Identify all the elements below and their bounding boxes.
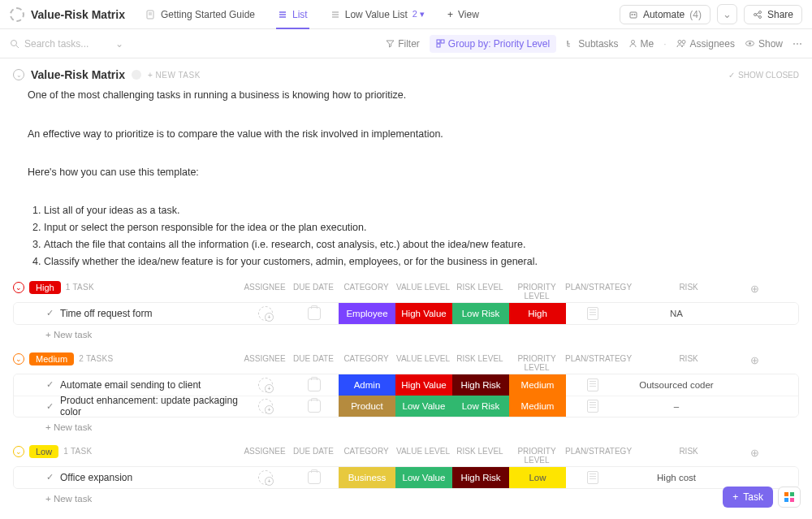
task-row[interactable]: ✓ Automate email sending to client Admin… <box>14 374 798 396</box>
avatar-placeholder-icon <box>258 470 273 485</box>
priority-cell[interactable]: High <box>509 303 566 324</box>
new-task-fab[interactable]: +Task <box>723 487 773 508</box>
groupby-button[interactable]: Group by: Priority Level <box>430 35 556 53</box>
plan-cell[interactable] <box>566 396 620 417</box>
task-row[interactable]: ✓ Time off request form Employee High Va… <box>14 303 798 324</box>
collapse-toggle[interactable]: ⌄ <box>13 69 24 80</box>
assignee-cell[interactable] <box>241 303 290 324</box>
avatar-placeholder-icon <box>258 399 273 413</box>
apps-fab[interactable] <box>778 487 801 508</box>
automate-dropdown[interactable]: ⌄ <box>717 4 737 24</box>
assignee-cell[interactable] <box>241 396 290 417</box>
duedate-cell[interactable] <box>290 396 339 417</box>
check-icon[interactable]: ✓ <box>46 379 54 390</box>
category-cell[interactable]: Employee <box>339 303 395 324</box>
valuelevel-cell[interactable]: Low Value <box>395 467 452 488</box>
plan-cell[interactable] <box>566 303 620 324</box>
page-title: Value-Risk Matrix <box>31 8 125 21</box>
category-cell[interactable]: Product <box>339 396 395 417</box>
col-risk2: RISK <box>632 354 745 372</box>
valuelevel-cell[interactable]: High Value <box>395 374 452 396</box>
list-icon <box>278 10 287 19</box>
automate-button[interactable]: Automate (4) <box>620 5 710 24</box>
add-column-button[interactable]: ⊕ <box>745 447 763 465</box>
plan-cell[interactable] <box>566 374 620 396</box>
add-column-button[interactable]: ⊕ <box>745 283 763 301</box>
show-button[interactable]: Show <box>745 38 783 50</box>
svg-line-15 <box>756 12 759 14</box>
svg-point-11 <box>633 14 635 15</box>
section-title: Value-Risk Matrix <box>31 68 125 81</box>
share-label: Share <box>767 9 793 20</box>
col-value: VALUE LEVEL <box>395 283 451 301</box>
check-icon[interactable]: ✓ <box>46 308 54 318</box>
task-row[interactable]: ✓ Office expansion Business Low Value Hi… <box>14 467 798 488</box>
valuelevel-cell[interactable]: High Value <box>395 303 452 324</box>
check-icon[interactable]: ✓ <box>46 472 54 482</box>
assignee-cell[interactable] <box>241 467 290 488</box>
risk-cell[interactable]: Outsourced coder <box>620 374 733 396</box>
risklevel-cell[interactable]: Low Risk <box>452 396 509 417</box>
assignees-button[interactable]: Assignees <box>676 38 735 50</box>
add-column-button[interactable]: ⊕ <box>745 354 763 372</box>
duedate-cell[interactable] <box>290 303 339 324</box>
risk-cell[interactable]: NA <box>620 303 733 324</box>
risk-cell[interactable]: – <box>620 396 733 417</box>
tab-label: List <box>292 9 308 20</box>
risklevel-cell[interactable]: High Risk <box>452 467 509 488</box>
subtasks-button[interactable]: Subtasks <box>566 38 618 50</box>
filter-button[interactable]: Filter <box>386 38 420 50</box>
col-plan: PLAN/STRATEGY <box>565 354 632 372</box>
col-plan: PLAN/STRATEGY <box>565 283 632 301</box>
col-risk: RISK LEVEL <box>451 283 508 301</box>
tab-getting-started[interactable]: Getting Started Guide <box>138 0 263 29</box>
col-risk2: RISK <box>632 283 745 301</box>
show-closed-toggle[interactable]: ✓SHOW CLOSED <box>728 71 799 80</box>
priority-cell[interactable]: Low <box>509 467 566 488</box>
chevron-down-icon[interactable]: ⌄ <box>115 38 123 50</box>
svg-rect-19 <box>437 40 440 43</box>
check-icon[interactable]: ✓ <box>46 401 54 412</box>
new-task-inline[interactable]: + New task <box>13 325 799 340</box>
col-value: VALUE LEVEL <box>395 354 451 372</box>
category-cell[interactable]: Business <box>339 467 395 488</box>
priority-cell[interactable]: Medium <box>509 374 566 396</box>
category-cell[interactable]: Admin <box>339 374 395 396</box>
priority-cell[interactable]: Medium <box>509 396 566 417</box>
plus-icon: + <box>732 491 738 503</box>
risk-cell[interactable]: High cost <box>620 467 733 488</box>
share-icon <box>753 10 762 19</box>
valuelevel-cell[interactable]: Low Value <box>395 396 452 417</box>
subtask-icon <box>566 39 575 48</box>
desc-p1: One of the most challenging tasks in run… <box>28 86 799 106</box>
svg-point-23 <box>678 41 681 44</box>
task-row[interactable]: ✓ Product enhancement: update packaging … <box>14 396 798 417</box>
new-task-button[interactable]: + NEW TASK <box>148 71 201 80</box>
duedate-cell[interactable] <box>290 374 339 396</box>
info-icon[interactable] <box>132 70 141 80</box>
me-button[interactable]: Me <box>628 38 654 50</box>
assignee-cell[interactable] <box>241 374 290 396</box>
svg-rect-9 <box>630 12 637 18</box>
group-medium: ⌄ Medium 2 TASKS ASSIGNEE DUE DATE CATEG… <box>13 352 799 432</box>
new-task-inline[interactable]: + New task <box>13 417 799 432</box>
svg-line-16 <box>756 15 759 16</box>
tab-add-view[interactable]: + View <box>439 0 487 29</box>
person-icon <box>628 39 637 48</box>
more-menu[interactable]: ⋯ <box>793 38 802 50</box>
tab-low-value-list[interactable]: Low Value List 2 ▾ <box>322 0 433 29</box>
risklevel-cell[interactable]: Low Risk <box>452 303 509 324</box>
tab-badge[interactable]: 2 ▾ <box>412 9 425 19</box>
share-button[interactable]: Share <box>744 5 802 24</box>
risklevel-cell[interactable]: High Risk <box>452 374 509 396</box>
search-input[interactable]: Search tasks... ⌄ <box>10 38 123 50</box>
toolbar: Search tasks... ⌄ Filter Group by: Prior… <box>0 29 812 58</box>
new-task-inline[interactable]: + New task <box>13 489 799 504</box>
automate-label: Automate <box>643 9 685 20</box>
tab-list[interactable]: List <box>270 0 316 29</box>
desc-li: Attach the file that contains all the in… <box>44 236 799 253</box>
duedate-cell[interactable] <box>290 467 339 488</box>
topbar: Value-Risk Matrix Getting Started Guide … <box>0 0 812 29</box>
filter-icon <box>386 39 395 48</box>
plan-cell[interactable] <box>566 467 620 488</box>
